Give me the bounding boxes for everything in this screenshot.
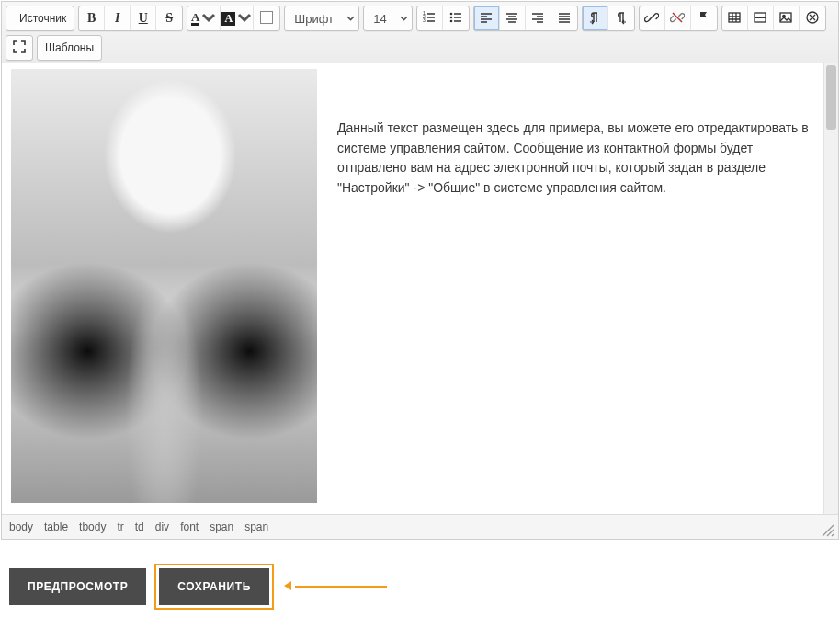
content-image[interactable] <box>11 69 317 503</box>
source-button[interactable]: Источник <box>6 6 74 30</box>
path-segment[interactable]: tbody <box>79 520 106 533</box>
table-button[interactable] <box>722 6 748 30</box>
chevron-down-icon <box>346 12 355 26</box>
path-segment[interactable]: body <box>9 520 33 533</box>
bold-button[interactable]: B <box>79 6 105 30</box>
rtl-icon <box>614 10 629 28</box>
bulleted-list-button[interactable] <box>443 6 469 30</box>
embed-icon <box>805 10 820 28</box>
hr-button[interactable] <box>748 6 774 30</box>
rtl-button[interactable] <box>608 6 634 30</box>
align-justify-button[interactable] <box>551 6 577 30</box>
ltr-icon <box>587 10 602 28</box>
templates-label: Шаблоны <box>45 41 94 54</box>
svg-text:3: 3 <box>423 17 426 23</box>
numbered-list-icon: 123 <box>422 10 437 28</box>
numbered-list-button[interactable]: 123 <box>417 6 443 30</box>
bulleted-list-icon <box>448 10 463 28</box>
align-left-icon <box>479 10 494 28</box>
box-style-button[interactable] <box>254 6 279 30</box>
save-button[interactable]: СОХРАНИТЬ <box>159 568 269 605</box>
align-center-icon <box>505 10 519 28</box>
svg-rect-8 <box>780 13 791 22</box>
editor-content[interactable]: Данный текст размещен здесь для примера,… <box>2 63 838 514</box>
italic-icon: I <box>115 11 119 26</box>
table-icon <box>727 10 742 28</box>
bg-color-button[interactable]: A <box>221 6 254 30</box>
hr-icon <box>753 10 767 28</box>
path-segment[interactable]: tr <box>117 520 123 533</box>
text-color-button[interactable]: A <box>187 6 221 30</box>
link-button[interactable] <box>640 6 665 30</box>
source-label: Источник <box>19 12 66 25</box>
svg-point-4 <box>449 16 452 18</box>
link-icon <box>644 10 659 28</box>
maximize-button[interactable] <box>6 36 32 60</box>
align-center-button[interactable] <box>500 6 526 30</box>
align-right-icon <box>530 10 545 28</box>
font-family-value: Шрифт <box>294 12 334 26</box>
strike-button[interactable]: S <box>156 6 182 30</box>
font-family-select[interactable]: Шрифт <box>285 6 358 30</box>
path-segment[interactable]: td <box>135 520 144 533</box>
vertical-scrollbar[interactable] <box>823 63 838 514</box>
path-segment[interactable]: div <box>155 520 169 533</box>
font-size-select[interactable]: 14 <box>364 6 411 30</box>
text-color-icon: A <box>191 11 216 26</box>
toolbar: Источник B I U S A A <box>2 2 838 63</box>
italic-button[interactable]: I <box>105 6 131 30</box>
svg-point-5 <box>449 19 452 22</box>
align-left-button[interactable] <box>474 6 500 30</box>
align-justify-icon <box>557 10 572 28</box>
path-segment[interactable]: span <box>244 520 268 533</box>
unlink-icon <box>670 10 685 28</box>
embed-button[interactable] <box>800 6 825 30</box>
bg-color-icon: A <box>221 11 252 26</box>
content-text[interactable]: Данный текст размещен здесь для примера,… <box>337 69 816 199</box>
ltr-button[interactable] <box>583 6 608 30</box>
path-segment[interactable]: span <box>210 520 233 533</box>
path-segment[interactable]: font <box>180 520 199 533</box>
box-style-icon <box>260 11 273 27</box>
svg-rect-6 <box>729 13 740 22</box>
preview-button[interactable]: ПРЕДПРОСМОТР <box>9 568 146 605</box>
flag-icon <box>697 10 711 28</box>
underline-icon: U <box>139 11 148 26</box>
font-size-value: 14 <box>373 12 386 26</box>
scrollbar-thumb[interactable] <box>826 65 836 130</box>
resize-handle-icon[interactable] <box>822 524 834 537</box>
chevron-down-icon <box>237 11 252 26</box>
anchor-button[interactable] <box>691 6 717 30</box>
svg-point-3 <box>449 12 452 15</box>
bold-icon: B <box>87 11 96 26</box>
image-button[interactable] <box>774 6 800 30</box>
chevron-down-icon <box>400 12 408 26</box>
strike-icon: S <box>165 11 173 26</box>
pointer-arrow-icon <box>282 579 387 595</box>
path-segment[interactable]: table <box>44 520 68 533</box>
editor-frame: Источник B I U S A A <box>1 1 839 540</box>
underline-button[interactable]: U <box>131 6 156 30</box>
element-path-bar: body table tbody tr td div font span spa… <box>2 514 838 539</box>
maximize-icon <box>12 40 27 57</box>
chevron-down-icon <box>201 11 216 26</box>
templates-button[interactable]: Шаблоны <box>38 36 101 60</box>
align-right-button[interactable] <box>526 6 551 30</box>
image-icon <box>778 10 793 28</box>
action-row: ПРЕДПРОСМОТР СОХРАНИТЬ <box>0 541 840 614</box>
unlink-button[interactable] <box>665 6 691 30</box>
